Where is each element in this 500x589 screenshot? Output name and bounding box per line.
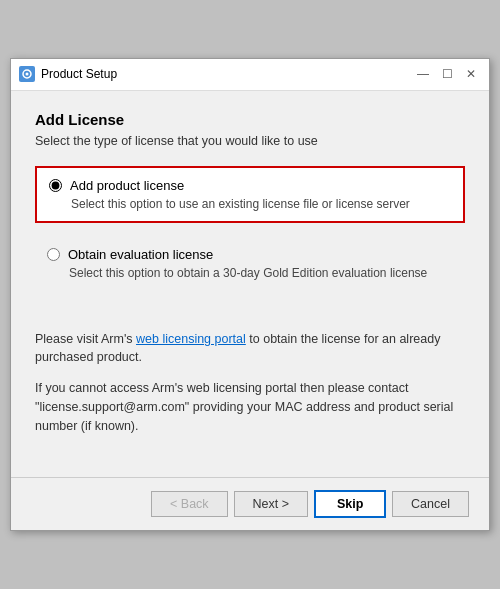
- svg-point-1: [26, 73, 29, 76]
- option-eval-radio[interactable]: [47, 248, 60, 261]
- info-paragraph-2: If you cannot access Arm's web licensing…: [35, 379, 465, 435]
- section-title: Add License: [35, 111, 465, 128]
- content-area: Add License Select the type of license t…: [11, 91, 489, 468]
- option-add-product-description: Select this option to use an existing li…: [71, 197, 451, 211]
- window-title: Product Setup: [41, 67, 413, 81]
- info-section: Please visit Arm's web licensing portal …: [35, 330, 465, 436]
- title-bar: Product Setup — ☐ ✕: [11, 59, 489, 91]
- option-add-product-row: Add product license: [49, 178, 451, 193]
- option-eval-description: Select this option to obtain a 30-day Go…: [69, 266, 453, 280]
- main-window: Product Setup — ☐ ✕ Add License Select t…: [10, 58, 490, 532]
- cancel-button[interactable]: Cancel: [392, 491, 469, 517]
- app-icon: [19, 66, 35, 82]
- skip-button[interactable]: Skip: [314, 490, 386, 518]
- maximize-button[interactable]: ☐: [437, 64, 457, 84]
- option-eval-row: Obtain evaluation license: [47, 247, 453, 262]
- info-text-before: Please visit Arm's: [35, 332, 136, 346]
- option-add-product-label[interactable]: Add product license: [70, 178, 184, 193]
- info-paragraph-1: Please visit Arm's web licensing portal …: [35, 330, 465, 368]
- next-button[interactable]: Next >: [234, 491, 308, 517]
- web-licensing-portal-link[interactable]: web licensing portal: [136, 332, 246, 346]
- window-controls: — ☐ ✕: [413, 64, 481, 84]
- minimize-button[interactable]: —: [413, 64, 433, 84]
- option-eval-box: Obtain evaluation license Select this op…: [35, 237, 465, 290]
- option-add-product-radio[interactable]: [49, 179, 62, 192]
- option-add-product-box: Add product license Select this option t…: [35, 166, 465, 223]
- back-button[interactable]: < Back: [151, 491, 228, 517]
- section-subtitle: Select the type of license that you woul…: [35, 134, 465, 148]
- footer: < Back Next > Skip Cancel: [11, 477, 489, 530]
- option-eval-label[interactable]: Obtain evaluation license: [68, 247, 213, 262]
- close-button[interactable]: ✕: [461, 64, 481, 84]
